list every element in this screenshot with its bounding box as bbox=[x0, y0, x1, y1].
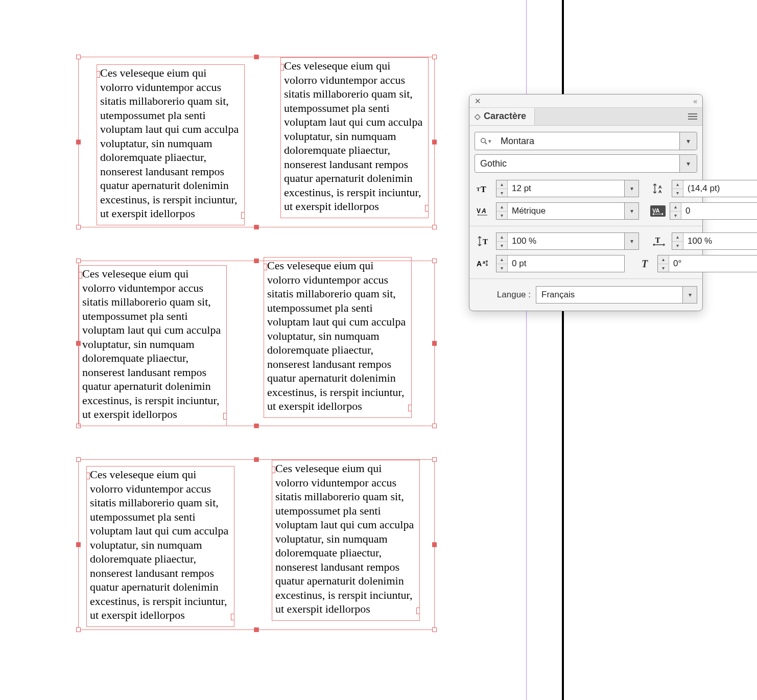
frame-group[interactable]: Ces veleseque eium qui volorro viduntemp… bbox=[78, 459, 435, 630]
separator bbox=[469, 226, 702, 226]
font-size-field[interactable]: ▴▾ ▾ bbox=[496, 180, 639, 197]
close-icon[interactable]: ✕ bbox=[472, 96, 483, 107]
expand-icon: ◇ bbox=[475, 112, 481, 121]
svg-text:T: T bbox=[477, 186, 480, 192]
vertical-scale-stepper[interactable]: ▴▾ bbox=[496, 233, 508, 249]
svg-text:T: T bbox=[481, 185, 486, 193]
baseline-shift-field[interactable]: ▴▾ bbox=[496, 255, 625, 272]
placeholder-text: Ces veleseque eium qui volorro viduntemp… bbox=[284, 59, 422, 213]
out-port-icon[interactable] bbox=[223, 413, 227, 419]
svg-line-1 bbox=[485, 142, 487, 144]
baseline-shift-input[interactable] bbox=[508, 255, 624, 272]
baseline-shift-stepper[interactable]: ▴▾ bbox=[496, 255, 508, 272]
placeholder-text: Ces veleseque eium qui volorro viduntemp… bbox=[275, 462, 414, 615]
language-dropdown[interactable]: ▾ bbox=[682, 287, 697, 303]
language-field[interactable]: ▾ bbox=[536, 286, 697, 304]
in-port-icon[interactable] bbox=[264, 264, 267, 270]
character-panel[interactable]: ✕ « ◇ Caractère ▾ ▾ ▾ bbox=[469, 94, 703, 311]
svg-text:T: T bbox=[483, 238, 488, 246]
font-style-dropdown[interactable]: ▾ bbox=[679, 155, 697, 172]
baseline-shift-icon: Aa bbox=[475, 256, 492, 271]
panel-tabbar: ◇ Caractère bbox=[469, 108, 702, 126]
in-port-icon[interactable] bbox=[86, 473, 90, 479]
placeholder-text: Ces veleseque eium qui volorro viduntemp… bbox=[267, 259, 406, 412]
svg-text:T: T bbox=[655, 237, 660, 244]
horizontal-scale-icon: T bbox=[650, 234, 668, 248]
leading-field[interactable]: ▴▾ ▾ bbox=[672, 180, 757, 197]
text-frame[interactable]: Ces veleseque eium qui volorro viduntemp… bbox=[264, 257, 412, 418]
vertical-scale-dropdown[interactable]: ▾ bbox=[624, 233, 638, 249]
panel-menu-icon[interactable] bbox=[683, 108, 702, 125]
language-label: Langue : bbox=[475, 290, 531, 300]
horizontal-scale-stepper[interactable]: ▴▾ bbox=[672, 233, 683, 249]
leading-stepper[interactable]: ▴▾ bbox=[672, 180, 683, 197]
font-style-input[interactable] bbox=[475, 155, 679, 172]
font-family-input[interactable] bbox=[495, 132, 679, 150]
tab-character[interactable]: ◇ Caractère bbox=[469, 108, 535, 125]
frame-group[interactable]: Ces veleseque eium qui volorro viduntemp… bbox=[78, 57, 435, 227]
horizontal-scale-field[interactable]: ▴▾ ▾ bbox=[672, 232, 757, 250]
collapse-icon[interactable]: « bbox=[691, 96, 699, 106]
leading-icon: AA bbox=[650, 181, 668, 196]
svg-point-0 bbox=[481, 138, 485, 143]
skew-input[interactable] bbox=[669, 255, 757, 272]
text-frame[interactable]: Ces veleseque eium qui volorro viduntemp… bbox=[97, 64, 245, 225]
svg-text:A: A bbox=[477, 260, 482, 268]
skew-icon: T bbox=[636, 256, 653, 271]
vertical-scale-input[interactable] bbox=[508, 233, 624, 249]
font-size-stepper[interactable]: ▴▾ bbox=[496, 180, 508, 197]
frame-group[interactable]: Ces veleseque eium qui volorro viduntemp… bbox=[78, 261, 435, 426]
separator bbox=[469, 278, 702, 279]
placeholder-text: Ces veleseque eium qui volorro viduntemp… bbox=[82, 267, 221, 421]
tab-label: Caractère bbox=[484, 111, 526, 122]
in-port-icon[interactable] bbox=[97, 71, 100, 78]
svg-text:a: a bbox=[483, 260, 486, 265]
tracking-input[interactable] bbox=[681, 203, 757, 219]
text-frame[interactable]: Ces veleseque eium qui volorro viduntemp… bbox=[86, 466, 234, 627]
placeholder-text: Ces veleseque eium qui volorro viduntemp… bbox=[90, 468, 228, 621]
in-port-icon[interactable] bbox=[272, 466, 275, 473]
leading-input[interactable] bbox=[683, 180, 757, 197]
out-port-icon[interactable] bbox=[241, 212, 245, 219]
svg-text:A: A bbox=[658, 189, 662, 194]
chevron-down-icon: ▾ bbox=[488, 138, 491, 145]
horizontal-scale-input[interactable] bbox=[683, 233, 757, 249]
out-port-icon[interactable] bbox=[425, 205, 429, 212]
tracking-icon: VA bbox=[650, 205, 666, 217]
skew-field[interactable]: ▴▾ bbox=[657, 255, 757, 272]
kerning-input[interactable] bbox=[508, 203, 624, 219]
in-port-icon[interactable] bbox=[280, 64, 284, 71]
text-frame[interactable]: Ces veleseque eium qui volorro viduntemp… bbox=[79, 265, 227, 426]
placeholder-text: Ces veleseque eium qui volorro viduntemp… bbox=[100, 66, 239, 220]
font-size-input[interactable] bbox=[508, 180, 624, 197]
out-port-icon[interactable] bbox=[408, 405, 412, 411]
text-frame[interactable]: Ces veleseque eium qui volorro viduntemp… bbox=[280, 57, 429, 218]
kerning-dropdown[interactable]: ▾ bbox=[624, 203, 638, 219]
font-size-icon: TT bbox=[475, 181, 492, 196]
out-port-icon[interactable] bbox=[231, 614, 234, 620]
font-search-icon[interactable]: ▾ bbox=[475, 132, 495, 150]
kerning-field[interactable]: ▴▾ ▾ bbox=[496, 202, 639, 220]
vertical-scale-field[interactable]: ▴▾ ▾ bbox=[496, 232, 639, 250]
font-style-field[interactable]: ▾ bbox=[475, 154, 697, 173]
skew-stepper[interactable]: ▴▾ bbox=[658, 255, 669, 272]
in-port-icon[interactable] bbox=[79, 272, 82, 278]
svg-text:VA: VA bbox=[652, 207, 660, 214]
out-port-icon[interactable] bbox=[416, 608, 420, 614]
vertical-scale-icon: T bbox=[475, 234, 492, 248]
font-family-field[interactable]: ▾ ▾ bbox=[475, 132, 697, 150]
font-size-dropdown[interactable]: ▾ bbox=[624, 180, 638, 197]
font-family-dropdown[interactable]: ▾ bbox=[679, 132, 697, 150]
svg-text:V: V bbox=[477, 207, 481, 215]
svg-text:A: A bbox=[481, 207, 486, 215]
text-frame[interactable]: Ces veleseque eium qui volorro viduntemp… bbox=[272, 460, 420, 621]
panel-titlebar[interactable]: ✕ « bbox=[469, 95, 702, 108]
tracking-stepper[interactable]: ▴▾ bbox=[670, 203, 681, 219]
kerning-stepper[interactable]: ▴▾ bbox=[496, 203, 508, 219]
kerning-icon: VA bbox=[475, 204, 492, 218]
tracking-field[interactable]: ▴▾ ▾ bbox=[670, 202, 757, 220]
language-input[interactable] bbox=[536, 287, 682, 303]
